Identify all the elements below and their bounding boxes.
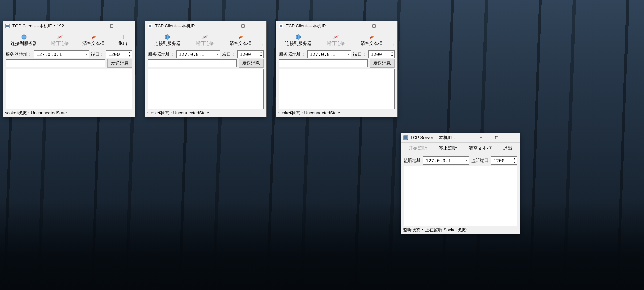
window-title: TCP Client----本机IP... [286, 23, 329, 29]
tcp-client-window[interactable]: TCP Client----本机IP... 连接到服务器 断开连接 [145, 21, 267, 117]
log-textarea[interactable] [6, 69, 132, 109]
clear-button[interactable]: 清空文本框 [76, 32, 112, 48]
spin-arrows[interactable]: ▲▼ [259, 51, 263, 58]
titlebar[interactable]: TCP Client----本机IP... [276, 21, 397, 31]
listen-port-value: 1200 [493, 158, 505, 163]
window-title: TCP Server----本机IP... [410, 135, 455, 141]
send-button[interactable]: 发送消息 [370, 59, 395, 68]
server-address-input[interactable]: 127.0.0.1 ▾ [176, 50, 220, 58]
port-input[interactable]: 1200 ▲▼ [106, 50, 132, 58]
message-input[interactable] [279, 59, 368, 67]
tcp-server-window[interactable]: TCP Server----本机IP... 开始监听 停止监听 清空文本框 退出… [401, 133, 520, 234]
maximize-button[interactable] [104, 21, 120, 31]
tcp-client-window[interactable]: TCP Client----本机IP... 连接到服务器 断开连接 [276, 21, 398, 117]
svg-rect-41 [404, 136, 407, 139]
maximize-button[interactable] [235, 21, 251, 31]
disconnect-button[interactable]: 断开连接 [188, 32, 222, 48]
port-label: 端口： [353, 51, 366, 57]
listen-row: 监听地址 127.0.0.1 ▾ 监听端口 1200 ▲▼ [401, 154, 520, 165]
svg-rect-43 [495, 136, 498, 139]
status-bar: scoket状态：UnconnectedState [276, 109, 397, 117]
message-input[interactable] [6, 59, 105, 67]
disconnect-icon [202, 34, 208, 40]
server-address-input[interactable]: 127.0.0.1 ▾ [307, 50, 351, 58]
send-label: 发送消息 [242, 60, 260, 66]
clear-button[interactable]: 清空文本框 [463, 143, 498, 153]
send-button[interactable]: 发送消息 [107, 59, 132, 68]
chevron-down-icon: ▾ [466, 158, 468, 162]
exit-icon [120, 34, 126, 40]
port-value: 1200 [240, 52, 251, 57]
spin-arrows[interactable]: ▲▼ [128, 51, 132, 58]
spin-arrows[interactable]: ▲▼ [390, 51, 394, 58]
disconnect-label: 断开连接 [196, 40, 214, 47]
disconnect-button[interactable]: 断开连接 [319, 32, 352, 48]
tcp-client-window[interactable]: TCP Client----本机IP：192.... 连接到服务器 断开连接 [3, 21, 135, 117]
minimize-button[interactable] [89, 21, 104, 31]
disconnect-label: 断开连接 [51, 40, 69, 47]
message-row: 发送消息 [145, 59, 266, 69]
log-textarea[interactable] [148, 69, 264, 109]
message-input[interactable] [148, 59, 237, 67]
app-icon [5, 23, 10, 29]
server-address-input[interactable]: 127.0.0.1 ▾ [34, 50, 89, 58]
pill-icon [369, 34, 375, 40]
pill-icon [91, 34, 97, 40]
send-button[interactable]: 发送消息 [239, 59, 264, 68]
svg-rect-15 [149, 25, 151, 27]
clear-label: 清空文本框 [361, 40, 382, 47]
close-button[interactable] [382, 21, 397, 31]
connect-button[interactable]: 连接到服务器 [146, 32, 188, 48]
server-address-label: 服务器地址： [148, 51, 174, 57]
server-address-value: 127.0.0.1 [36, 52, 62, 57]
server-address-value: 127.0.0.1 [179, 52, 204, 57]
log-textarea[interactable] [279, 69, 395, 109]
start-listen-button[interactable]: 开始监听 [403, 143, 433, 153]
exit-label: 退出 [503, 145, 512, 151]
minimize-button[interactable] [220, 21, 235, 31]
titlebar[interactable]: TCP Client----本机IP：192.... [3, 21, 135, 31]
minimize-button[interactable] [351, 21, 366, 31]
maximize-button[interactable] [366, 21, 382, 31]
stop-listen-button[interactable]: 停止监听 [433, 143, 463, 153]
send-label: 发送消息 [111, 60, 129, 66]
toolbar-overflow-button[interactable]: » [260, 42, 266, 48]
disconnect-button[interactable]: 断开连接 [44, 32, 76, 48]
port-input[interactable]: 1200 ▲▼ [368, 50, 395, 58]
connect-button[interactable]: 连接到服务器 [4, 32, 44, 48]
app-icon [403, 135, 408, 140]
minimize-button[interactable] [473, 133, 489, 142]
status-text: scoket状态：UnconnectedState [278, 110, 340, 116]
clear-button[interactable]: 清空文本框 [353, 32, 391, 48]
close-button[interactable] [120, 21, 135, 31]
exit-label: 退出 [118, 40, 127, 47]
clear-button[interactable]: 清空文本框 [222, 32, 260, 48]
close-button[interactable] [504, 133, 520, 142]
server-row: 服务器地址： 127.0.0.1 ▾ 端口： 1200 ▲▼ [3, 48, 135, 59]
spin-arrows[interactable]: ▲▼ [512, 157, 516, 164]
listen-address-input[interactable]: 127.0.0.1 ▾ [423, 156, 469, 165]
clear-label: 清空文本框 [468, 145, 492, 151]
log-textarea[interactable] [404, 166, 517, 226]
toolbar-overflow-button[interactable]: » [391, 42, 397, 48]
server-row: 服务器地址： 127.0.0.1 ▾ 端口： 1200 ▲▼ [276, 48, 397, 59]
connect-button[interactable]: 连接到服务器 [277, 32, 319, 48]
listen-port-input[interactable]: 1200 ▲▼ [491, 156, 517, 165]
maximize-button[interactable] [489, 133, 504, 142]
titlebar[interactable]: TCP Server----本机IP... [401, 133, 520, 142]
app-icon [278, 23, 284, 29]
send-label: 发送消息 [373, 60, 391, 66]
exit-button[interactable]: 退出 [497, 143, 518, 153]
port-input[interactable]: 1200 ▲▼ [237, 50, 264, 58]
connect-label: 连接到服务器 [11, 40, 37, 47]
close-button[interactable] [251, 21, 266, 31]
port-value: 1200 [371, 52, 382, 57]
port-label: 端口： [222, 51, 235, 57]
chevron-down-icon: ▾ [347, 52, 349, 56]
port-value: 1200 [108, 52, 120, 57]
disconnect-icon [333, 34, 339, 40]
titlebar[interactable]: TCP Client----本机IP... [145, 21, 266, 31]
svg-rect-28 [280, 25, 282, 27]
svg-rect-30 [373, 25, 375, 27]
exit-button[interactable]: 退出 [111, 32, 134, 48]
